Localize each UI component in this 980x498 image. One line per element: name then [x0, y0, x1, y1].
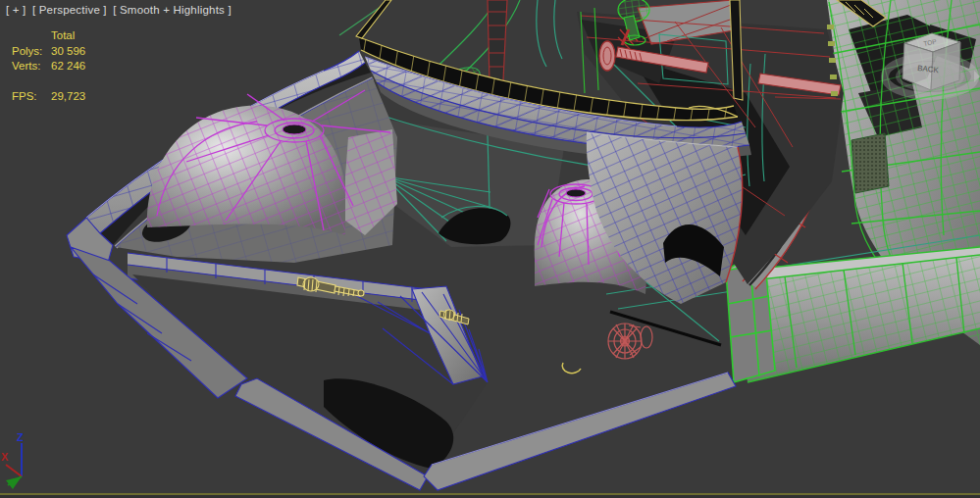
- viewport-label: [ + ] [ Perspective ] [ Smooth + Highlig…: [6, 4, 234, 16]
- stats-polys-value: 30 596: [51, 45, 85, 57]
- viewport-general-menu[interactable]: [ + ]: [6, 4, 26, 16]
- b-pillar-strip[interactable]: [488, 0, 507, 84]
- viewport-pov-menu[interactable]: [ Perspective ]: [32, 4, 107, 16]
- stats-polys-label: Polys:: [12, 45, 42, 57]
- viewport-canvas[interactable]: BACK TOP Z X: [0, 0, 980, 498]
- stats-header: Total: [51, 29, 75, 41]
- viewport-bottom-border: [0, 493, 980, 495]
- viewport-shading-menu[interactable]: [ Smooth + Highlights ]: [113, 4, 232, 16]
- stats-verts-label: Verts:: [12, 60, 40, 72]
- speaker-grille: [851, 133, 889, 193]
- stats-fps-label: FPS:: [12, 90, 37, 102]
- stats-verts-value: 62 246: [51, 60, 85, 72]
- axis-z-label: Z: [17, 431, 24, 443]
- max-viewport-window: BACK TOP Z X [ + ] [ Perspective ] [ Smo…: [0, 0, 980, 498]
- axis-x-label: X: [1, 451, 9, 463]
- stats-fps-value: 29,723: [51, 90, 85, 102]
